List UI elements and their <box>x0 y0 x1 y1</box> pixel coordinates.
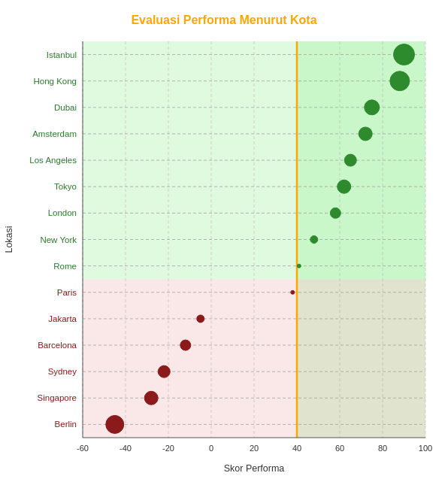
data-point <box>338 180 351 193</box>
city-label: London <box>48 208 77 217</box>
city-label: Paris <box>57 288 77 297</box>
data-point <box>297 264 301 268</box>
svg-text:80: 80 <box>378 444 387 453</box>
svg-text:100: 100 <box>419 444 432 453</box>
data-point <box>158 365 170 377</box>
svg-text:-40: -40 <box>120 444 132 453</box>
city-label: Hong Kong <box>33 77 77 86</box>
city-label: Berlin <box>55 420 77 429</box>
svg-text:-20: -20 <box>162 444 174 453</box>
data-point <box>144 391 158 405</box>
data-point <box>180 340 191 350</box>
data-point <box>291 290 295 294</box>
city-label: New York <box>40 235 77 244</box>
x-axis-label: Skor Performa <box>224 463 285 474</box>
data-point <box>365 100 380 115</box>
svg-text:20: 20 <box>250 444 259 453</box>
city-label: Istanbul <box>47 50 77 59</box>
svg-text:-60: -60 <box>77 444 89 453</box>
svg-text:60: 60 <box>335 444 344 453</box>
city-label: Tokyo <box>54 182 77 191</box>
data-point <box>394 44 415 65</box>
city-label: Dubai <box>54 103 77 112</box>
chart-svg: -60-40-20020406080100IstanbulHong KongDu… <box>0 0 448 479</box>
city-label: Sydney <box>48 367 77 376</box>
data-point <box>310 236 318 244</box>
city-label: Amsterdam <box>32 129 77 138</box>
data-point <box>344 154 356 166</box>
data-point <box>330 208 341 218</box>
y-axis-label: Lokasi <box>4 226 14 253</box>
city-label: Singapore <box>38 393 77 402</box>
city-label: Jakarta <box>48 314 77 323</box>
data-point <box>106 415 124 433</box>
chart-container: -60-40-20020406080100IstanbulHong KongDu… <box>0 0 448 479</box>
city-label: Rome <box>53 262 77 271</box>
city-label: Los Angeles <box>29 156 77 165</box>
svg-text:0: 0 <box>209 444 213 453</box>
data-point <box>390 71 410 91</box>
city-label: Barcelona <box>38 341 77 350</box>
chart-title: Evaluasi Performa Menurut Kota <box>131 14 316 26</box>
data-point <box>359 127 372 141</box>
data-point <box>197 315 204 323</box>
svg-text:40: 40 <box>292 444 301 453</box>
